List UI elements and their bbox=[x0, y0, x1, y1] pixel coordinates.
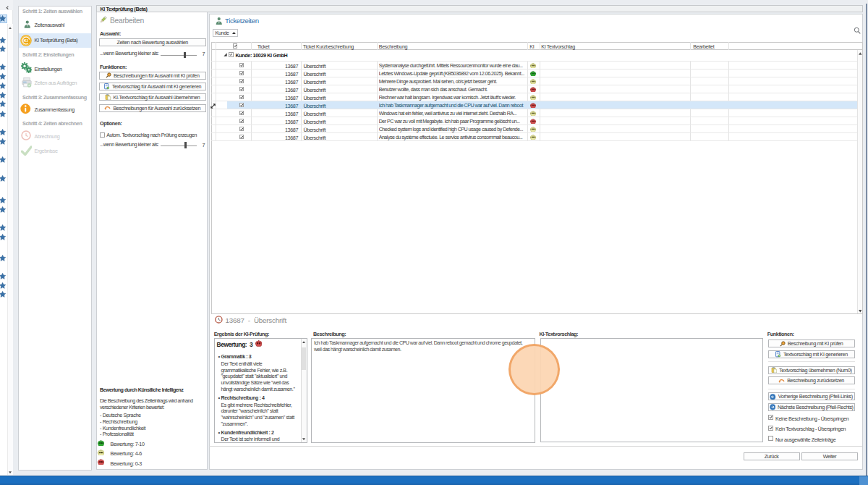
svg-text:KI: KI bbox=[23, 38, 28, 43]
